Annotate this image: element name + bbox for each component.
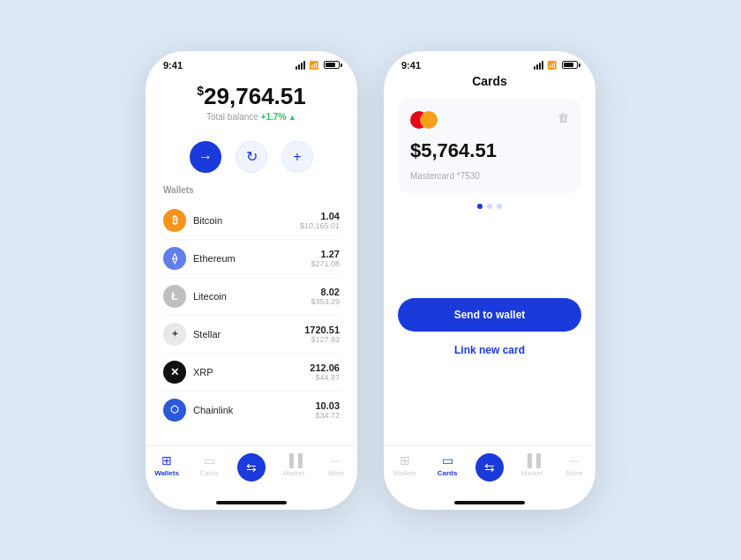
link-card-button[interactable]: Link new card [398, 340, 581, 360]
refresh-button[interactable]: ↻ [236, 141, 267, 173]
xrp-amounts: 212.06 $44.97 [310, 362, 340, 382]
bottom-nav-left: ⊞ Wallets ▭ Cards ⇆ ▐▐ Market ··· More [146, 445, 357, 497]
stellar-icon: ✦ [163, 323, 186, 346]
ethereum-amounts: 1.27 $271.08 [311, 249, 340, 268]
right-content: Cards 🗑 $5,764.51 Mastercard *7530 Send … [384, 74, 595, 445]
chainlink-amounts: 10.03 $34.72 [315, 400, 340, 420]
xrp-name: XRP [193, 367, 310, 377]
home-indicator-left [216, 501, 287, 504]
bitcoin-usd: $10,165.01 [300, 221, 340, 230]
bottom-nav-right: ⊞ Wallets ▭ Cards ⇆ ▐▐ Market ··· More [384, 445, 595, 497]
send-to-wallet-button[interactable]: Send to wallet [398, 298, 581, 332]
wallet-item-xrp[interactable]: ✕ XRP 212.06 $44.97 [163, 354, 340, 392]
market-nav-label-right: Market [521, 469, 543, 477]
more-nav-icon: ··· [331, 453, 341, 467]
wifi-icon-right: 📶 [547, 61, 557, 70]
wallet-item-chainlink[interactable]: ⬡ Chainlink 10.03 $34.72 [163, 392, 340, 429]
home-indicator-right [454, 501, 525, 504]
send-nav-icon: ⇆ [237, 453, 266, 482]
stellar-name: Stellar [193, 329, 304, 340]
balance-subtitle: Total balance +1.7% ▲ [163, 112, 340, 122]
status-icons-right: 📶 [534, 61, 578, 70]
carousel-dots [398, 204, 581, 209]
xrp-crypto: 212.06 [310, 362, 340, 373]
balance-arrow-icon: ▲ [288, 113, 296, 122]
bitcoin-amounts: 1.04 $10,165.01 [300, 211, 340, 230]
add-button[interactable]: + [281, 141, 313, 173]
wallets-nav-label-right: Wallets [393, 469, 416, 477]
bitcoin-name: Bitcoin [193, 215, 300, 226]
wallet-list: ₿ Bitcoin 1.04 $10,165.01 ⟠ Ethereum 1.2… [163, 202, 340, 429]
action-buttons: → ↻ + [163, 141, 340, 173]
wallets-nav-icon: ⊞ [161, 453, 172, 467]
nav-market-right[interactable]: ▐▐ Market [511, 453, 553, 485]
nav-send-right[interactable]: ⇆ [468, 453, 511, 485]
chainlink-usd: $34.72 [315, 411, 340, 420]
balance-change: +1.7% [261, 112, 287, 122]
currency-symbol: $ [197, 84, 204, 98]
stellar-crypto: 1720.51 [304, 325, 340, 335]
litecoin-icon: Ł [163, 285, 186, 308]
more-nav-label-right: More [566, 469, 582, 477]
mastercard-orange-circle [420, 111, 438, 129]
dot-2[interactable] [487, 204, 492, 209]
chainlink-icon: ⬡ [163, 399, 186, 422]
cards-nav-label: Cards [199, 469, 218, 477]
cards-nav-icon: ▭ [204, 453, 215, 467]
wallet-item-ethereum[interactable]: ⟠ Ethereum 1.27 $271.08 [163, 240, 340, 278]
cards-nav-icon-right: ▭ [442, 453, 453, 467]
battery-icon [324, 61, 340, 69]
litecoin-name: Litecoin [193, 291, 311, 302]
send-nav-icon-right: ⇆ [475, 453, 504, 482]
send-button[interactable]: → [190, 141, 221, 173]
xrp-icon: ✕ [163, 361, 186, 384]
litecoin-amounts: 8.02 $353.29 [311, 287, 340, 306]
status-icons-left: 📶 [296, 61, 340, 70]
mastercard-logo [410, 111, 438, 129]
ethereum-name: Ethereum [193, 253, 311, 264]
wallet-item-stellar[interactable]: ✦ Stellar 1720.51 $127.83 [163, 316, 340, 354]
dot-3[interactable] [497, 204, 502, 209]
chainlink-name: Chainlink [193, 405, 315, 415]
card-balance: $5,764.51 [410, 139, 569, 162]
wifi-icon: 📶 [309, 61, 318, 70]
chainlink-crypto: 10.03 [315, 400, 340, 411]
nav-market-left[interactable]: ▐▐ Market [273, 453, 315, 485]
status-time-left: 9:41 [163, 60, 183, 71]
stellar-amounts: 1720.51 $127.83 [304, 325, 340, 344]
nav-wallets-right[interactable]: ⊞ Wallets [384, 453, 426, 485]
more-nav-icon-right: ··· [569, 453, 580, 467]
signal-icon [296, 61, 305, 70]
nav-wallets-left[interactable]: ⊞ Wallets [146, 453, 188, 485]
nav-cards-right[interactable]: ▭ Cards [426, 453, 468, 485]
ethereum-icon: ⟠ [163, 247, 186, 270]
market-nav-icon-right: ▐▐ [523, 453, 541, 467]
status-time-right: 9:41 [401, 60, 421, 71]
litecoin-crypto: 8.02 [311, 287, 340, 297]
left-phone: 9:41 📶 $29,764.51 Total balance +1.7% ▲ [146, 51, 357, 510]
bitcoin-crypto: 1.04 [300, 211, 340, 221]
wallet-item-bitcoin[interactable]: ₿ Bitcoin 1.04 $10,165.01 [163, 202, 340, 240]
xrp-usd: $44.97 [310, 373, 340, 382]
more-nav-label: More [328, 469, 344, 477]
card-top: 🗑 [410, 111, 569, 129]
nav-more-left[interactable]: ··· More [315, 453, 357, 485]
status-bar-right: 9:41 📶 [384, 51, 595, 74]
ethereum-crypto: 1.27 [311, 249, 340, 259]
right-phone: 9:41 📶 Cards 🗑 $ [384, 51, 595, 510]
wallets-nav-icon-right: ⊞ [400, 453, 410, 467]
card-number: Mastercard *7530 [410, 171, 569, 181]
nav-send-left[interactable]: ⇆ [230, 453, 273, 485]
nav-more-right[interactable]: ··· More [553, 453, 595, 485]
litecoin-usd: $353.29 [311, 297, 340, 306]
wallet-item-litecoin[interactable]: Ł Litecoin 8.02 $353.29 [163, 278, 340, 316]
wallets-nav-label: Wallets [154, 469, 179, 477]
balance-section: $29,764.51 Total balance +1.7% ▲ [163, 74, 340, 134]
status-bar-left: 9:41 📶 [146, 51, 357, 74]
page-title: Cards [398, 74, 581, 88]
dot-1[interactable] [477, 204, 483, 209]
delete-card-icon[interactable]: 🗑 [558, 111, 569, 124]
nav-cards-left[interactable]: ▭ Cards [188, 453, 230, 485]
market-nav-icon: ▐▐ [285, 453, 303, 467]
total-balance-amount: $29,764.51 [163, 83, 340, 110]
